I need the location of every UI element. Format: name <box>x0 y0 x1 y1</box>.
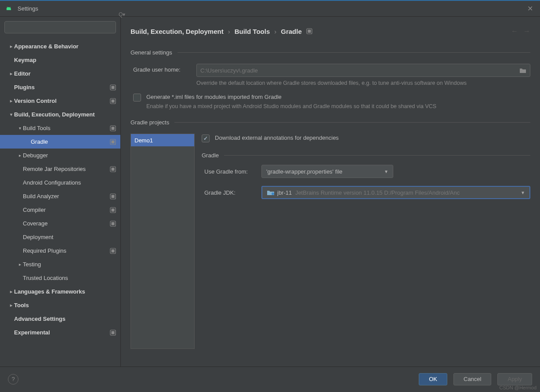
svg-rect-3 <box>112 99 115 102</box>
tree-item-gradle[interactable]: Gradle <box>0 135 120 149</box>
tree-arrow-icon: ▸ <box>17 153 23 158</box>
gradle-projects-list[interactable]: Demo1 <box>130 134 195 349</box>
tree-item-editor[interactable]: ▸Editor <box>0 67 120 80</box>
tree-item-label: Keymap <box>14 57 116 63</box>
gradle-home-input[interactable] <box>200 67 519 74</box>
tree-item-trusted-locations[interactable]: Trusted Locations <box>0 271 120 285</box>
ok-button[interactable]: OK <box>419 373 447 385</box>
nav-back-button[interactable]: ← <box>511 27 518 35</box>
projects-section-title: Gradle projects <box>130 119 169 126</box>
project-item-demo1[interactable]: Demo1 <box>131 134 194 146</box>
breadcrumb-root[interactable]: Build, Execution, Deployment <box>130 28 224 35</box>
tree-item-coverage[interactable]: Coverage <box>0 217 120 230</box>
breadcrumb-build-tools[interactable]: Build Tools <box>235 28 270 35</box>
browse-folder-icon[interactable] <box>519 67 526 73</box>
project-scope-badge-icon <box>110 248 116 254</box>
tree-item-appearance-behavior[interactable]: ▸Appearance & Behavior <box>0 40 120 53</box>
content-area: Build, Execution, Deployment › Build Too… <box>121 17 540 367</box>
chevron-right-icon: › <box>274 28 276 35</box>
tree-item-plugins[interactable]: Plugins <box>0 80 120 94</box>
tree-item-label: Required Plugins <box>23 247 110 254</box>
watermark: CSDN @Hermod <box>499 385 536 390</box>
search-input[interactable] <box>4 21 116 33</box>
download-annotations-checkbox[interactable] <box>202 134 210 142</box>
tree-item-languages-frameworks[interactable]: ▸Languages & Frameworks <box>0 285 120 298</box>
svg-rect-19 <box>112 331 115 334</box>
jdk-name: jbr-11 <box>277 189 292 196</box>
project-badge-icon <box>306 28 312 34</box>
tree-item-label: Android Configurations <box>23 179 116 186</box>
gradle-jdk-value: jbr-11 JetBrains Runtime version 11.0.15… <box>277 189 517 196</box>
tree-item-label: Deployment <box>23 234 116 240</box>
use-gradle-from-label: Use Gradle from: <box>204 168 261 175</box>
tree-item-label: Remote Jar Repositories <box>23 166 110 172</box>
tree-item-tools[interactable]: ▸Tools <box>0 298 120 312</box>
svg-rect-17 <box>112 249 115 252</box>
tree-item-label: Languages & Frameworks <box>14 288 116 295</box>
projects-section-header: Gradle projects <box>130 119 530 126</box>
generate-iml-label: Generate *.iml files for modules importe… <box>146 94 530 100</box>
svg-rect-21 <box>308 30 311 33</box>
project-scope-badge-icon <box>110 166 116 172</box>
general-section-header: General settings <box>130 49 530 56</box>
project-scope-badge-icon <box>110 98 116 104</box>
generate-iml-checkbox[interactable] <box>133 94 141 102</box>
tree-item-label: Build, Execution, Deployment <box>14 111 116 118</box>
gradle-jdk-label: Gradle JDK: <box>204 189 261 196</box>
tree-item-build-analyzer[interactable]: Build Analyzer <box>0 189 120 203</box>
tree-arrow-icon: ▸ <box>8 289 14 294</box>
tree-item-label: Editor <box>14 70 116 77</box>
svg-rect-1 <box>112 86 115 89</box>
tree-item-version-control[interactable]: ▸Version Control <box>0 94 120 108</box>
use-gradle-from-select[interactable]: 'gradle-wrapper.properties' file ▼ <box>261 165 393 178</box>
nav-forward-button[interactable]: → <box>523 27 530 35</box>
project-scope-badge-icon <box>110 207 116 213</box>
tree-item-label: Advanced Settings <box>14 316 116 322</box>
tree-item-advanced-settings[interactable]: Advanced Settings <box>0 312 120 326</box>
tree-item-label: Gradle <box>31 138 110 145</box>
close-icon[interactable]: ✕ <box>526 3 535 15</box>
tree-item-build-execution-deployment[interactable]: ▾Build, Execution, Deployment <box>0 108 120 121</box>
tree-item-testing[interactable]: ▸Testing <box>0 258 120 271</box>
project-scope-badge-icon <box>110 193 116 200</box>
tree-arrow-icon: ▸ <box>8 303 14 308</box>
gradle-home-label: Gradle user home: <box>130 64 196 73</box>
tree-arrow-icon: ▸ <box>8 44 14 49</box>
tree-arrow-icon: ▾ <box>8 112 14 117</box>
tree-item-debugger[interactable]: ▸Debugger <box>0 149 120 162</box>
tree-item-label: Appearance & Behavior <box>14 43 116 50</box>
gradle-home-help: Override the default location where Grad… <box>196 80 530 87</box>
cancel-button[interactable]: Cancel <box>453 373 491 385</box>
chevron-down-icon: ▼ <box>521 190 525 195</box>
use-gradle-from-value: 'gradle-wrapper.properties' file <box>266 168 381 175</box>
svg-rect-13 <box>112 208 115 211</box>
help-button[interactable]: ? <box>8 374 18 385</box>
tree-item-remote-jar-repositories[interactable]: Remote Jar Repositories <box>0 162 120 176</box>
tree-item-keymap[interactable]: Keymap <box>0 53 120 67</box>
chevron-down-icon: ▼ <box>384 169 388 174</box>
tree-item-experimental[interactable]: Experimental <box>0 326 120 339</box>
tree-item-label: Testing <box>23 261 116 268</box>
gradle-jdk-select[interactable]: jbr-11 JetBrains Runtime version 11.0.15… <box>261 186 530 199</box>
sidebar: Q▾ ▸Appearance & BehaviorKeymap▸EditorPl… <box>0 17 121 367</box>
apply-button[interactable]: Apply <box>497 373 532 385</box>
project-scope-badge-icon <box>110 330 116 336</box>
tree-arrow-icon: ▸ <box>17 262 23 267</box>
tree-item-label: Experimental <box>14 329 110 336</box>
tree-item-required-plugins[interactable]: Required Plugins <box>0 244 120 258</box>
svg-point-22 <box>272 192 274 195</box>
gradle-home-input-wrap <box>196 64 530 77</box>
tree-item-build-tools[interactable]: ▾Build Tools <box>0 121 120 135</box>
svg-rect-7 <box>112 140 115 143</box>
tree-item-deployment[interactable]: Deployment <box>0 230 120 244</box>
svg-rect-5 <box>112 127 115 130</box>
window-title: Settings <box>18 5 526 12</box>
breadcrumb-gradle[interactable]: Gradle <box>281 28 302 35</box>
tree-item-android-configurations[interactable]: Android Configurations <box>0 176 120 189</box>
tree-arrow-icon: ▾ <box>17 126 23 131</box>
tree-item-label: Build Analyzer <box>23 193 110 200</box>
tree-item-compiler[interactable]: Compiler <box>0 203 120 217</box>
tree-item-label: Version Control <box>14 98 110 104</box>
tree-item-label: Plugins <box>14 84 110 91</box>
general-section-title: General settings <box>130 49 172 56</box>
